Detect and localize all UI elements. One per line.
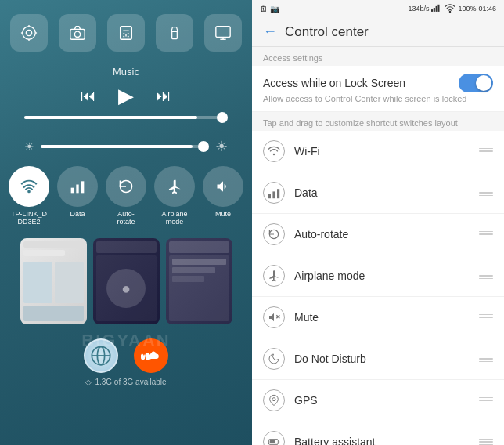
- next-button[interactable]: ⏭: [156, 87, 171, 105]
- recent-app-3[interactable]: [166, 238, 232, 324]
- data-toggle-label: Data: [70, 210, 85, 218]
- access-lock-screen-toggle[interactable]: [459, 74, 493, 92]
- mute-toggle-label: Mute: [215, 210, 231, 218]
- music-controls: ⏮ ▶ ⏭: [81, 84, 171, 108]
- svg-point-30: [273, 154, 275, 155]
- svg-point-0: [23, 27, 36, 40]
- access-lock-screen-row: Access while on Lock Screen Allow access…: [252, 66, 504, 112]
- list-label-dnd: Do Not Disturb: [294, 353, 479, 365]
- drag-handle-autorotate[interactable]: [479, 231, 493, 238]
- list-item-airplane[interactable]: Airplane mode: [252, 255, 504, 297]
- svg-point-29: [450, 11, 451, 12]
- shortcut-icon-target[interactable]: [10, 14, 48, 52]
- list-label-wifi: Wi-Fi: [294, 145, 479, 157]
- recent-app-2[interactable]: ●: [93, 238, 160, 324]
- signal-icon: [431, 3, 442, 14]
- list-item-dnd[interactable]: Do Not Disturb: [252, 338, 504, 380]
- svg-rect-27: [436, 6, 437, 12]
- battery-list-icon: [263, 431, 285, 445]
- status-left: 🗓 📷: [260, 5, 279, 13]
- airplane-toggle[interactable]: [154, 166, 195, 207]
- svg-rect-26: [434, 8, 435, 12]
- drag-handle-battery[interactable]: [479, 439, 493, 445]
- list-label-gps: GPS: [294, 394, 479, 407]
- play-button[interactable]: ▶: [118, 84, 134, 108]
- autorotate-toggle[interactable]: [106, 166, 146, 207]
- bottom-dock: [84, 338, 168, 373]
- data-toggle[interactable]: [57, 166, 98, 207]
- toggle-icons-row: TP-LINK_DDD3E2 Data Auto-rotate Airplane…: [9, 166, 243, 226]
- list-label-battery: Battery assistant: [294, 436, 479, 445]
- wifi-toggle[interactable]: [9, 166, 49, 207]
- top-shortcut-icons: [10, 14, 242, 52]
- recent-app-1[interactable]: [20, 238, 87, 324]
- access-lock-screen-title: Access while on Lock Screen: [263, 77, 405, 89]
- shortcut-icon-calculator[interactable]: [107, 14, 145, 52]
- brightness-bar[interactable]: [41, 145, 209, 148]
- list-item-data[interactable]: Data: [252, 172, 504, 214]
- list-item-wifi[interactable]: Wi-Fi: [252, 131, 504, 172]
- autorotate-list-icon: [263, 223, 285, 245]
- svg-rect-19: [71, 188, 74, 194]
- drag-handle-gps[interactable]: [479, 397, 493, 404]
- airplane-toggle-label: Airplanemode: [161, 210, 187, 226]
- music-label: Music: [113, 66, 139, 78]
- list-item-autorotate[interactable]: Auto-rotate: [252, 214, 504, 255]
- svg-point-36: [272, 398, 275, 401]
- list-label-airplane: Airplane mode: [294, 270, 479, 282]
- wifi-toggle-wrap: TP-LINK_DDD3E2: [9, 166, 49, 226]
- music-progress-bar[interactable]: [24, 116, 228, 119]
- mute-toggle-wrap: Mute: [203, 166, 243, 226]
- access-lock-screen-subtitle: Allow access to Control Center while scr…: [263, 94, 466, 103]
- customize-label: Tap and drag to customize shortcut switc…: [252, 112, 504, 131]
- airplane-list-icon: [263, 265, 285, 287]
- svg-rect-20: [76, 185, 78, 194]
- list-item-mute[interactable]: Mute: [252, 297, 504, 338]
- svg-rect-8: [121, 27, 132, 40]
- drag-handle-data[interactable]: [479, 190, 493, 197]
- svg-rect-32: [272, 191, 275, 198]
- browser-icon[interactable]: [84, 338, 118, 373]
- back-button[interactable]: ←: [263, 24, 277, 40]
- right-panel: 🗓 📷 134b/s 100% 01:46 ← Control center A…: [252, 0, 504, 445]
- status-icons: 🗓 📷: [260, 5, 279, 13]
- clock: 01:46: [478, 5, 496, 13]
- prev-button[interactable]: ⏮: [81, 87, 96, 105]
- list-item-battery[interactable]: Battery assistant: [252, 421, 504, 445]
- header: ← Control center: [252, 17, 504, 47]
- music-progress-thumb: [217, 112, 228, 123]
- shortcut-icon-flashlight[interactable]: [156, 14, 193, 52]
- page-title: Control center: [285, 24, 369, 40]
- battery-status: 100%: [458, 5, 476, 13]
- list-label-mute: Mute: [294, 311, 479, 324]
- svg-rect-15: [172, 31, 178, 38]
- wifi-status-icon: [445, 3, 455, 14]
- recent-apps: ●: [8, 238, 244, 324]
- svg-rect-31: [268, 194, 271, 199]
- list-label-data: Data: [294, 186, 479, 199]
- brightness-fill: [41, 145, 193, 148]
- svg-rect-25: [431, 9, 433, 12]
- data-toggle-wrap: Data: [57, 166, 98, 226]
- drag-handle-mute[interactable]: [479, 314, 493, 321]
- list-item-gps[interactable]: GPS: [252, 380, 504, 421]
- svg-rect-6: [70, 29, 85, 39]
- dnd-list-icon: [263, 348, 285, 370]
- brightness-row: ☀ ☀: [24, 138, 228, 155]
- shortcut-list: Wi-Fi Data Auto-rotate Airplane mode: [252, 131, 504, 445]
- shortcut-icon-camera[interactable]: [59, 14, 96, 52]
- drag-handle-airplane[interactable]: [479, 273, 493, 280]
- svg-rect-28: [438, 5, 440, 12]
- drag-handle-wifi[interactable]: [479, 148, 493, 155]
- music-progress-fill: [24, 116, 197, 119]
- brightness-low-icon: ☀: [24, 140, 34, 153]
- status-bar: 🗓 📷 134b/s 100% 01:46: [252, 0, 504, 17]
- shortcut-icon-screen[interactable]: [204, 14, 242, 52]
- soundcloud-icon[interactable]: [134, 338, 168, 373]
- drag-handle-dnd[interactable]: [479, 356, 493, 363]
- list-label-autorotate: Auto-rotate: [294, 228, 479, 241]
- mute-toggle[interactable]: [203, 166, 243, 207]
- autorotate-toggle-wrap: Auto-rotate: [106, 166, 146, 226]
- svg-point-1: [26, 30, 31, 35]
- brightness-thumb: [198, 141, 209, 152]
